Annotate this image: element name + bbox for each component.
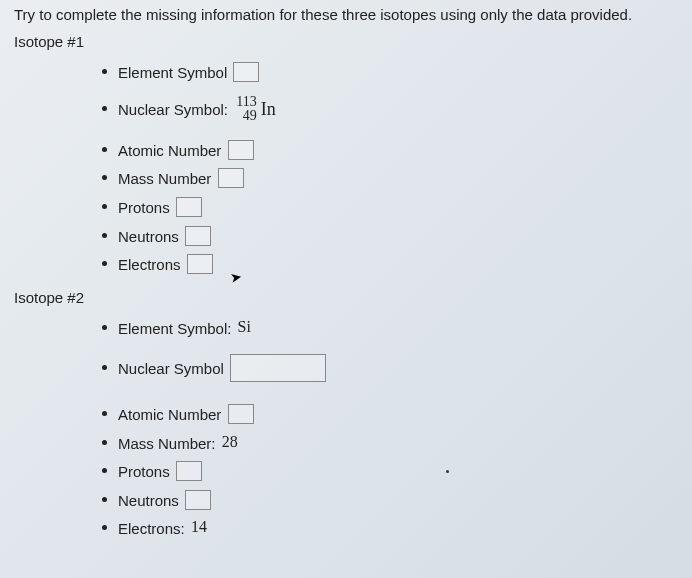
- atomic-number-label: Atomic Number: [118, 406, 221, 423]
- neutrons-input[interactable]: [185, 490, 211, 510]
- electrons-label: Electrons:: [118, 520, 185, 537]
- isotope-1-list: Element Symbol Nuclear Symbol: 113 49 In…: [118, 60, 678, 275]
- element-symbol-label: Element Symbol:: [118, 319, 231, 336]
- neutrons-label: Neutrons: [118, 491, 179, 508]
- element-abbrev: In: [261, 97, 276, 122]
- element-symbol-input[interactable]: [233, 62, 259, 82]
- isotope-1-heading: Isotope #1: [14, 33, 678, 50]
- nuclear-symbol-label: Nuclear Symbol: [118, 360, 224, 377]
- mass-number-label: Mass Number:: [118, 434, 216, 451]
- element-symbol-value: Si: [238, 318, 251, 335]
- element-symbol-label: Element Symbol: [118, 64, 227, 81]
- atomic-number-subscript: 49: [243, 109, 257, 124]
- electrons-input[interactable]: [187, 254, 213, 274]
- list-item: Electrons: 14: [118, 516, 678, 539]
- list-item: Nuclear Symbol: 113 49 In: [118, 95, 678, 124]
- protons-label: Protons: [118, 463, 170, 480]
- list-item: Electrons: [118, 252, 678, 275]
- protons-input[interactable]: [176, 461, 202, 481]
- nuclear-symbol-input[interactable]: [230, 354, 326, 382]
- list-item: Nuclear Symbol: [118, 354, 678, 382]
- atomic-number-input[interactable]: [228, 404, 254, 424]
- isotope-2-heading: Isotope #2: [14, 289, 678, 306]
- list-item: Mass Number: [118, 166, 678, 189]
- mass-number-superscript: 113: [236, 95, 256, 110]
- list-item: Element Symbol: [118, 60, 678, 83]
- list-item: Atomic Number: [118, 402, 678, 425]
- list-item: Atomic Number: [118, 138, 678, 161]
- list-item: Protons: [118, 195, 678, 218]
- neutrons-input[interactable]: [185, 226, 211, 246]
- nuclear-symbol-value: 113 49 In: [236, 95, 275, 124]
- list-item: Neutrons: [118, 224, 678, 247]
- isotope-2-list: Element Symbol: Si Nuclear Symbol Atomic…: [118, 316, 678, 539]
- list-item: Neutrons: [118, 488, 678, 511]
- list-item: Element Symbol: Si: [118, 316, 678, 339]
- nuclear-symbol-label: Nuclear Symbol:: [118, 101, 228, 118]
- protons-input[interactable]: [176, 197, 202, 217]
- instruction-text: Try to complete the missing information …: [14, 6, 678, 23]
- list-item: Mass Number: 28: [118, 431, 678, 454]
- mass-number-label: Mass Number: [118, 170, 211, 187]
- neutrons-label: Neutrons: [118, 227, 179, 244]
- electrons-label: Electrons: [118, 256, 181, 273]
- mass-number-value: 28: [222, 433, 238, 450]
- list-item: Protons: [118, 459, 678, 482]
- electrons-value: 14: [191, 518, 207, 535]
- mass-number-input[interactable]: [218, 168, 244, 188]
- atomic-number-input[interactable]: [228, 140, 254, 160]
- protons-label: Protons: [118, 199, 170, 216]
- atomic-number-label: Atomic Number: [118, 141, 221, 158]
